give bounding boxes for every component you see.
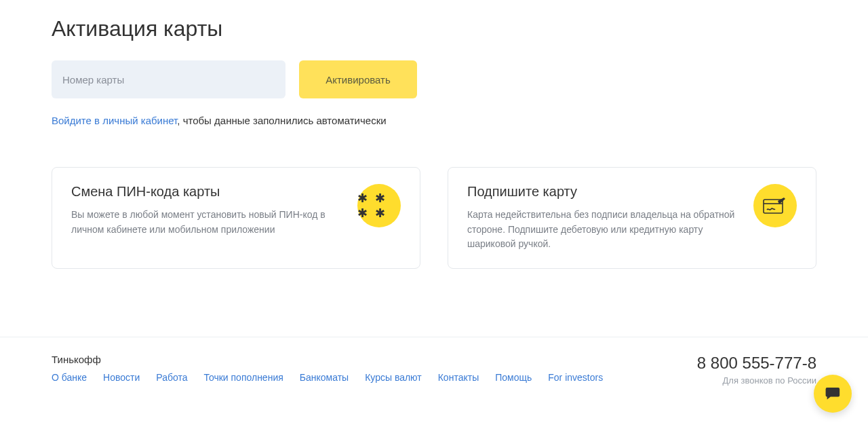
login-link[interactable]: Войдите в личный кабинет <box>52 115 177 126</box>
svg-rect-2 <box>827 391 837 392</box>
footer-link[interactable]: Контакты <box>438 372 479 383</box>
footer-link[interactable]: Точки пополнения <box>203 372 283 383</box>
info-card-desc: Вы можете в любой момент установить новы… <box>71 208 344 237</box>
sign-card-icon <box>753 184 797 227</box>
footer-link[interactable]: Курсы валют <box>365 372 422 383</box>
footer-link[interactable]: Новости <box>103 372 140 383</box>
login-hint-suffix: , чтобы данные заполнились автоматически <box>177 115 386 126</box>
svg-rect-3 <box>827 394 835 395</box>
activate-form: Активировать <box>52 60 816 98</box>
login-hint: Войдите в личный кабинет, чтобы данные з… <box>52 115 816 126</box>
footer-links: О банке Новости Работа Точки пополнения … <box>52 372 603 383</box>
footer-phone-hint: Для звонков по России <box>697 375 816 386</box>
footer-link[interactable]: Работа <box>156 372 187 383</box>
footer: Тинькофф О банке Новости Работа Точки по… <box>0 337 868 407</box>
info-card-sign: Подпишите карту Карта недействительна бе… <box>448 167 816 269</box>
footer-link[interactable]: Помощь <box>495 372 532 383</box>
info-card-desc: Карта недействительна без подписи владел… <box>467 208 740 252</box>
info-card-title: Смена ПИН-кода карты <box>71 184 344 200</box>
footer-link[interactable]: Банкоматы <box>300 372 349 383</box>
footer-brand: Тинькофф <box>52 354 603 365</box>
activate-button[interactable]: Активировать <box>299 60 417 98</box>
chat-button[interactable] <box>814 375 852 407</box>
footer-phone: 8 800 555-777-8 <box>697 354 816 373</box>
page-title: Активация карты <box>52 16 816 41</box>
footer-link[interactable]: For investors <box>548 372 603 383</box>
footer-link[interactable]: О банке <box>52 372 87 383</box>
card-number-input[interactable] <box>52 60 285 98</box>
pin-stars-icon: ✱ ✱ ✱ ✱ <box>357 184 401 227</box>
info-card-title: Подпишите карту <box>467 184 740 200</box>
chat-icon <box>824 385 842 403</box>
info-card-pin: Смена ПИН-кода карты Вы можете в любой м… <box>52 167 420 269</box>
info-cards-row: Смена ПИН-кода карты Вы можете в любой м… <box>52 167 816 269</box>
